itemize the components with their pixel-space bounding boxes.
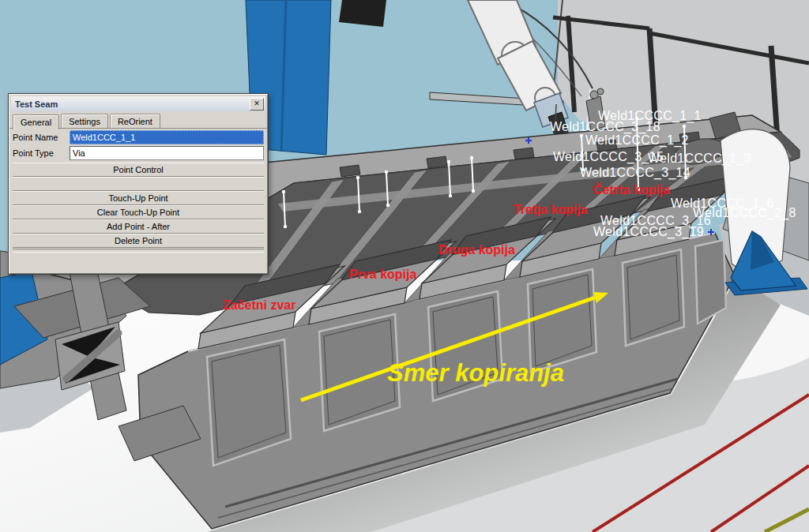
welding-simulation-app: Smer kopiranja Weld1CCCC_1_1Weld1CCCC_3_… — [0, 0, 809, 532]
add-point-after-button[interactable]: Add Point - After — [13, 219, 264, 234]
point-type-input[interactable]: Via — [70, 146, 264, 160]
test-seam-dialog: Test Seam ✕ GeneralSettingsReOrient Poin… — [8, 93, 269, 275]
dialog-titlebar[interactable]: Test Seam ✕ — [11, 96, 265, 111]
point-type-label: Point Type — [13, 148, 70, 158]
clear-touch-up-point-button[interactable]: Clear Touch-Up Point — [13, 205, 264, 219]
ceiling-box — [339, 0, 386, 27]
dialog-action-buttons: Touch-Up PointClear Touch-Up PointAdd Po… — [9, 191, 268, 248]
close-icon[interactable]: ✕ — [250, 98, 264, 111]
tab-reorient[interactable]: ReOrient — [110, 114, 160, 128]
tab-settings[interactable]: Settings — [61, 114, 108, 128]
point-control-button[interactable]: Point Control — [13, 163, 264, 177]
spacer-row — [13, 177, 264, 191]
tab-general[interactable]: General — [13, 114, 59, 129]
point-name-label: Point Name — [13, 133, 70, 142]
delete-point-button[interactable]: Delete Point — [13, 234, 264, 248]
point-name-input[interactable]: Weld1CCC_1_1 — [70, 130, 264, 144]
touch-up-point-button[interactable]: Touch-Up Point — [13, 191, 264, 205]
divider — [13, 249, 264, 253]
dialog-tabs: GeneralSettingsReOrient — [9, 112, 267, 129]
dialog-title: Test Seam — [15, 99, 250, 109]
